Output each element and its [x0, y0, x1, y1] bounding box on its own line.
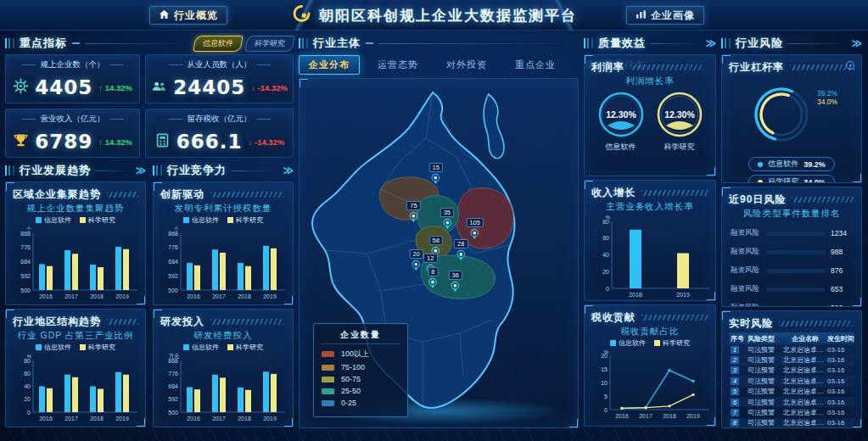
- table-row[interactable]: 6司法预警北京启迪卓越科技有限公司03-16: [729, 397, 854, 407]
- row-company-name: 北京启迪卓越科技有限公司: [783, 387, 827, 396]
- map-marker[interactable]: 35: [440, 208, 454, 231]
- section-bars-icon: [153, 165, 162, 176]
- chart-title: 税收贡献占比: [591, 326, 708, 338]
- map-marker[interactable]: 75: [406, 201, 420, 224]
- table-row[interactable]: 7司法预警北京启迪卓越科技有限公司03-16: [729, 407, 854, 417]
- table-row[interactable]: 8司法预警北京启迪卓越科技有限公司03-16: [729, 418, 854, 428]
- row-company-name: 北京启迪卓越科技有限公司: [783, 345, 827, 354]
- chart-legend-item: 科学研究: [654, 338, 690, 348]
- svg-text:60: 60: [602, 235, 609, 241]
- panel-subheader: 研发投入: [160, 315, 286, 328]
- row-index: 1: [731, 346, 748, 354]
- tab-对外投资[interactable]: 对外投资: [436, 55, 497, 75]
- section-industry-body: 行业主体 企业分布运营态势对外投资重点企业规企变化排名: [299, 36, 579, 428]
- header-title-group: 朝阳区科创规上企业大数据监测平台: [291, 3, 577, 27]
- svg-text:0: 0: [27, 410, 31, 416]
- table-row[interactable]: 3司法预警北京启迪卓越科技有限公司03-16: [729, 366, 854, 376]
- nav-enterprise-portrait[interactable]: 企业画像: [626, 6, 704, 25]
- row-index-badge: 3: [731, 366, 739, 374]
- row-risk-type: 司法预警: [748, 387, 783, 396]
- panel-profit: 利润率 利润增长率12.30%信息软件12.30%科学研究: [584, 54, 716, 176]
- map-legend-title: 企业数量: [322, 329, 400, 344]
- marker-value: 20: [410, 249, 423, 259]
- section-bars-icon: [721, 38, 731, 48]
- legend-label: 75-100: [341, 363, 365, 371]
- tab-重点企业[interactable]: 重点企业: [505, 55, 566, 75]
- chart-gdp: 行业 GDP 占第三产业比例信息软件科学研究020406080%20162017…: [13, 330, 138, 426]
- quality-header: 质量效益 ≫: [584, 36, 716, 51]
- row-index-badge: 1: [731, 346, 739, 354]
- filter-pill-信息软件[interactable]: 信息软件: [193, 36, 243, 52]
- tab-运营态势[interactable]: 运营态势: [367, 55, 428, 75]
- chart-legend-item: 科学研究: [227, 215, 263, 225]
- panel-subheader: 行业杠杆率: [729, 60, 854, 74]
- panel-realtime: 实时风险 序号风险类型企业名称发生时间1司法预警北京启迪卓越科技有限公司03-1…: [721, 310, 862, 428]
- svg-text:12.30%: 12.30%: [664, 109, 695, 120]
- location-pin-icon: [456, 248, 467, 262]
- bar-chart-icon: [636, 9, 647, 22]
- stat-cards-grid: 规上企业数（个）4405↑ 14.32%从业人员数（人）24405↓ -14.3…: [5, 54, 294, 158]
- map-marker[interactable]: 20: [410, 249, 423, 272]
- expand-arrow-icon[interactable]: ≫: [851, 37, 862, 49]
- table-row[interactable]: 1司法预警北京启迪卓越科技有限公司03-16: [729, 344, 854, 354]
- row-risk-type: 司法预警: [748, 366, 783, 375]
- nav-left-label: 行业概览: [174, 8, 218, 23]
- industry-body-header: 行业主体: [299, 36, 579, 51]
- panel-risk90: 近90日风险 风险类型事件数量排名融资风险1234融资风险988融资风险876融…: [721, 187, 862, 307]
- row-index-badge: 8: [731, 419, 739, 427]
- chart-legend: 信息软件科学研究: [591, 338, 708, 348]
- expand-arrow-icon[interactable]: ≫: [283, 165, 294, 176]
- legend-swatch: [227, 344, 233, 350]
- chart-legend-item: 信息软件: [36, 343, 71, 352]
- tab-企业分布[interactable]: 企业分布: [299, 55, 360, 75]
- map-marker[interactable]: 36: [449, 271, 462, 293]
- svg-text:34.0%: 34.0%: [817, 98, 838, 106]
- section-title: 行业主体: [313, 36, 361, 51]
- stat-card-main: 666.1↓ -14.32%: [151, 131, 288, 153]
- hatch-decoration: [210, 319, 283, 325]
- map-marker[interactable]: 8: [428, 267, 439, 290]
- svg-text:2016: 2016: [39, 293, 53, 299]
- risk-bar-value: 523: [831, 304, 853, 307]
- table-row[interactable]: 5司法预警北京启迪卓越科技有限公司03-16: [729, 387, 854, 397]
- risk-rank-row: 融资风险988: [731, 247, 853, 257]
- trophy-icon: [13, 132, 29, 152]
- panel-innovation: 创新驱动 发明专利累计授权数量信息软件科学研究500592684776868个2…: [153, 181, 294, 305]
- section-dev-trend: 行业发展趋势 ≫ 区域企业集聚趋势 规上企业数量集聚趋势信息软件科学研究5005…: [5, 163, 146, 427]
- panel-subheader: 近90日风险: [729, 193, 854, 206]
- filter-pill-科学研究[interactable]: 科学研究: [244, 36, 294, 52]
- realtime-risk-table: 序号风险类型企业名称发生时间1司法预警北京启迪卓越科技有限公司03-162司法预…: [729, 332, 854, 428]
- map-marker[interactable]: 105: [466, 218, 484, 241]
- svg-text:2018: 2018: [90, 293, 104, 299]
- info-icon[interactable]: [846, 61, 854, 70]
- svg-text:40: 40: [602, 252, 609, 258]
- marker-value: 105: [466, 218, 484, 227]
- expand-arrow-icon[interactable]: ≫: [135, 165, 146, 176]
- hatch-decoration: [641, 190, 708, 196]
- marker-value: 8: [428, 267, 438, 276]
- panel-tax: 税收贡献 税收贡献占比信息软件科学研究05101520%201620172018…: [584, 304, 716, 427]
- svg-text:20: 20: [602, 269, 609, 275]
- section-line: [96, 170, 130, 171]
- map-legend-item: 75-100: [322, 363, 400, 371]
- section-title: 行业竞争力: [167, 163, 227, 178]
- chart-profit-gauges: 利润增长率12.30%信息软件12.30%科学研究: [591, 75, 708, 153]
- svg-text:2018: 2018: [90, 416, 104, 421]
- svg-text:2017: 2017: [639, 413, 652, 419]
- legend-swatch: [758, 180, 763, 184]
- table-row[interactable]: 2司法预警北京启迪卓越科技有限公司03-16: [729, 354, 854, 365]
- svg-text:2018: 2018: [663, 413, 676, 419]
- risk-bar-value: 876: [831, 266, 853, 275]
- row-index: 5: [731, 388, 748, 395]
- expand-arrow-icon[interactable]: ≫: [705, 37, 716, 49]
- stat-delta: ↑ 14.32%: [98, 137, 132, 147]
- panel-title: 利润率: [591, 60, 624, 75]
- map-marker[interactable]: 28: [454, 239, 468, 262]
- hatch-decoration: [779, 321, 852, 327]
- section-line: [378, 43, 579, 44]
- nav-industry-overview[interactable]: 行业概览: [149, 6, 227, 25]
- svg-text:2017: 2017: [212, 293, 226, 299]
- table-row[interactable]: 4司法预警北京启迪卓越科技有限公司03-16: [729, 376, 854, 386]
- panel-rnd: 研发投入 研发经费投入信息软件科学研究500592684776868万元2016…: [153, 309, 294, 427]
- map-marker[interactable]: 15: [429, 163, 443, 186]
